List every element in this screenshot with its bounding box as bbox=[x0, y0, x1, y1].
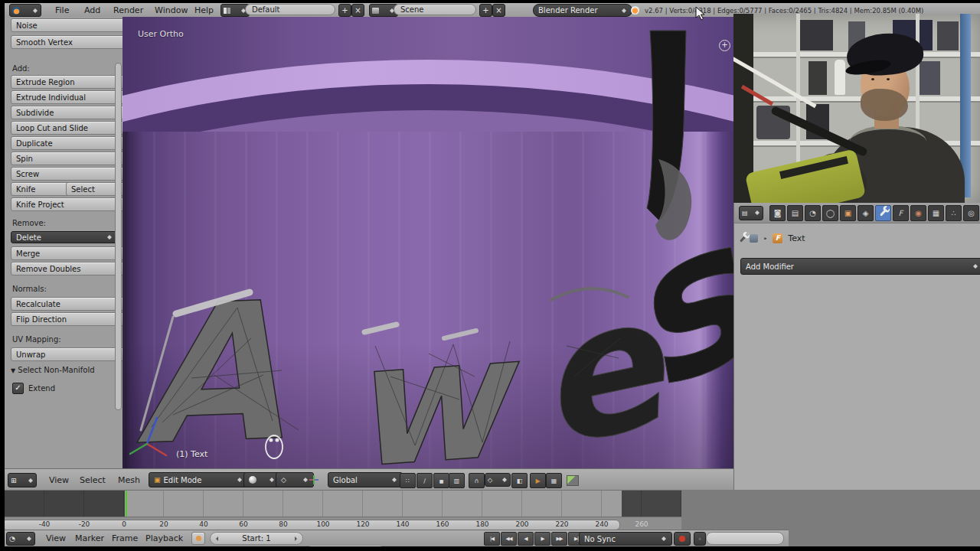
pivot-point-dropdown[interactable]: ◇ bbox=[276, 472, 314, 487]
editor-type-button[interactable] bbox=[9, 4, 41, 17]
tab-object[interactable]: ▣ bbox=[840, 205, 856, 221]
frame-tick: 260 bbox=[635, 520, 648, 528]
tab-object-data[interactable]: F bbox=[893, 205, 909, 221]
tab-texture[interactable]: ▦ bbox=[928, 205, 944, 221]
tab-scene[interactable]: ◔ bbox=[805, 205, 821, 221]
tab-world[interactable]: ◯ bbox=[822, 205, 838, 221]
viewport-editor-type-button[interactable]: ⊞ bbox=[8, 473, 37, 487]
render-engine-dropdown[interactable]: Blender Render bbox=[533, 4, 632, 17]
blender-app-window: File Add Render Window Help Default + × … bbox=[0, 0, 980, 551]
viewport-menu-select[interactable]: Select bbox=[80, 475, 106, 485]
tool-shelf-scrollbar[interactable] bbox=[115, 63, 122, 410]
tool-knife-button[interactable]: Knife bbox=[11, 182, 74, 196]
frame-start-field[interactable]: Start: 1 bbox=[210, 532, 303, 545]
screen-layout-field[interactable]: Default bbox=[245, 4, 335, 15]
layout-add-button[interactable]: + bbox=[338, 4, 351, 17]
tool-subdivide-button[interactable]: Subdivide bbox=[11, 106, 129, 119]
checkbox-checked-icon[interactable]: ✓ bbox=[12, 383, 24, 394]
prev-keyframe-button[interactable]: ◀◀ bbox=[501, 532, 517, 546]
timeline-editor-type-button[interactable]: ◔ bbox=[6, 532, 35, 546]
jump-to-start-button[interactable]: |◀ bbox=[484, 532, 500, 546]
tool-extrude-region-button[interactable]: Extrude Region bbox=[11, 75, 129, 89]
menu-render[interactable]: Render bbox=[113, 5, 143, 15]
tab-render-layers[interactable]: ▤ bbox=[787, 205, 803, 221]
tool-extrude-individual-button[interactable]: Extrude Individual bbox=[11, 90, 129, 104]
wrench-icon bbox=[880, 209, 887, 216]
tab-material[interactable]: ◉ bbox=[910, 205, 926, 221]
tool-screw-button[interactable]: Screw bbox=[11, 167, 129, 181]
tool-duplicate-button[interactable]: Duplicate bbox=[11, 136, 129, 150]
auto-keyframe-record-button[interactable] bbox=[674, 532, 691, 546]
viewport-3d[interactable]: A w e s bbox=[122, 17, 733, 468]
proportional-edit-button[interactable]: ◧ bbox=[511, 473, 528, 488]
timeline-menu-playback[interactable]: Playback bbox=[145, 533, 183, 543]
render-opengl-image-button[interactable]: ▶ bbox=[530, 473, 546, 488]
timeline-playhead[interactable] bbox=[126, 491, 127, 517]
next-keyframe-button[interactable]: ▶▶ bbox=[551, 532, 567, 546]
viewport-shading-dropdown[interactable] bbox=[243, 472, 280, 487]
panel-select-non-manifold[interactable]: ▼ Select Non-Manifold bbox=[11, 366, 95, 374]
properties-region-expand-button[interactable]: + bbox=[719, 40, 730, 51]
scene-field[interactable]: Scene bbox=[394, 4, 476, 15]
tool-remove-doubles-button[interactable]: Remove Doubles bbox=[11, 262, 129, 276]
tool-loop-cut-button[interactable]: Loop Cut and Slide bbox=[11, 121, 129, 135]
viewport-menu-view[interactable]: View bbox=[49, 475, 69, 485]
breadcrumb-object-name[interactable]: Text bbox=[788, 233, 805, 243]
sync-mode-dropdown[interactable]: No Sync bbox=[579, 532, 672, 546]
viewport-header: ⊞ View Select Mesh ▣ Edit Mode ◇ Global … bbox=[5, 468, 733, 491]
tab-constraints[interactable]: ◈ bbox=[858, 205, 874, 221]
cursor-tool-button[interactable] bbox=[191, 532, 205, 545]
tab-render[interactable]: ◙ bbox=[769, 205, 786, 221]
tool-spin-button[interactable]: Spin bbox=[11, 152, 129, 165]
tab-modifiers[interactable] bbox=[875, 205, 891, 221]
tab-particles[interactable]: ∴ bbox=[946, 205, 962, 221]
tool-unwrap-button[interactable]: Unwrap bbox=[11, 347, 129, 361]
scene-delete-button[interactable]: × bbox=[492, 4, 505, 17]
mode-dropdown[interactable]: ▣ Edit Mode bbox=[149, 472, 248, 487]
tab-physics[interactable]: ◎ bbox=[963, 205, 979, 221]
keying-set-field[interactable] bbox=[706, 532, 784, 545]
tool-knife-project-button[interactable]: Knife Project bbox=[11, 197, 129, 211]
menu-file[interactable]: File bbox=[55, 5, 69, 15]
timeline-gridlines bbox=[5, 491, 681, 517]
section-label-add: Add: bbox=[12, 64, 30, 73]
layers-widget-icon[interactable] bbox=[567, 475, 579, 486]
empty-region-bottom-right bbox=[789, 530, 980, 546]
snap-magnet-toggle[interactable]: ∩ bbox=[469, 473, 485, 488]
transform-orientation-dropdown[interactable]: Global bbox=[328, 472, 403, 487]
tool-noise-button[interactable]: Noise bbox=[11, 18, 129, 32]
menu-add[interactable]: Add bbox=[84, 5, 100, 15]
olive-object bbox=[745, 148, 867, 203]
timeline-menu-frame[interactable]: Frame bbox=[112, 533, 138, 543]
timeline-track-area[interactable]: -40 -20 0 20 40 60 80 100 120 140 160 18… bbox=[0, 490, 681, 530]
tool-merge-button[interactable]: Merge bbox=[11, 246, 129, 260]
frame-tick: 160 bbox=[436, 520, 449, 528]
tool-delete-menu[interactable]: Delete bbox=[11, 231, 118, 243]
menu-help[interactable]: Help bbox=[194, 5, 214, 15]
occlude-geometry-toggle[interactable]: ▥ bbox=[449, 473, 465, 488]
tool-recalculate-button[interactable]: Recalculate bbox=[11, 297, 129, 311]
keying-set-browse-button[interactable]: ◦ bbox=[694, 532, 706, 546]
play-reverse-button[interactable]: ◀ bbox=[518, 532, 534, 546]
add-modifier-dropdown[interactable]: Add Modifier bbox=[740, 258, 980, 275]
scene-add-button[interactable]: + bbox=[479, 4, 492, 17]
mesh-text-awesome[interactable]: A w e s bbox=[122, 17, 733, 468]
tool-flip-direction-button[interactable]: Flip Direction bbox=[11, 312, 129, 326]
properties-header: ▤ ◙ ▤ ◔ ◯ ▣ ◈ F ◉ ▦ ∴ ◎ bbox=[734, 203, 980, 223]
menu-window[interactable]: Window bbox=[155, 5, 188, 15]
viewport-menu-mesh[interactable]: Mesh bbox=[118, 475, 140, 485]
timeline-menu-view[interactable]: View bbox=[46, 533, 66, 543]
properties-editor-type-button[interactable]: ▤ bbox=[739, 206, 763, 220]
extend-checkbox-row[interactable]: ✓ Extend bbox=[12, 383, 55, 394]
render-opengl-anim-button[interactable]: ▦ bbox=[546, 473, 562, 488]
vertex-select-mode-button[interactable]: ∷ bbox=[400, 473, 416, 488]
tool-smooth-vertex-button[interactable]: Smooth Vertex bbox=[11, 35, 129, 49]
timeline-menu-marker[interactable]: Marker bbox=[75, 533, 104, 543]
shelf-items-top bbox=[799, 20, 833, 51]
layout-delete-button[interactable]: × bbox=[351, 4, 364, 17]
face-select-mode-button[interactable]: ■ bbox=[433, 473, 449, 488]
play-button[interactable]: ▶ bbox=[534, 532, 550, 546]
frame-edge-left bbox=[0, 0, 5, 546]
snap-element-dropdown[interactable]: ◇ bbox=[485, 473, 511, 487]
edge-select-mode-button[interactable]: ∕ bbox=[416, 473, 433, 488]
